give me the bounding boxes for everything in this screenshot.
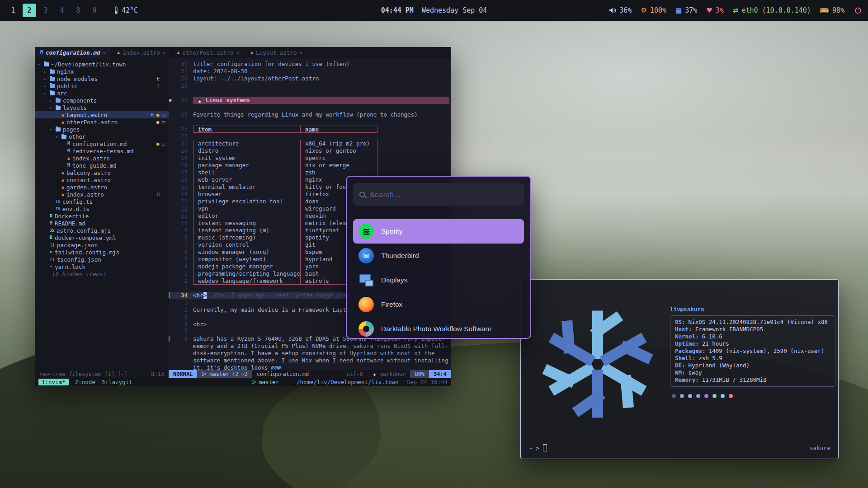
shell-prompt[interactable]: ~ > xyxy=(529,444,547,451)
workspace-button[interactable]: 1 xyxy=(6,4,20,17)
terminal-window[interactable]: liv@sakura OS:NixOS 24.11.20240828.71e91… xyxy=(520,279,839,459)
tab-close-icon[interactable] xyxy=(299,49,302,56)
workspace-button[interactable]: 3 xyxy=(39,4,52,17)
tree-item[interactable]: ▸ public ? xyxy=(35,82,169,89)
tree-item[interactable]: garden.astro xyxy=(35,183,169,191)
heading-line: ● 27 Linux systems xyxy=(169,97,451,104)
tree-item[interactable]: README.md xyxy=(35,220,169,227)
workspace-button[interactable]: 4 xyxy=(55,4,69,17)
tree-item[interactable]: fediverse-terms.md xyxy=(35,147,169,155)
fetch-row: OS:NixOS 24.11.20240828.71e91c4 (Vicuna)… xyxy=(675,319,830,326)
workspace-button[interactable]: 9 xyxy=(88,4,101,17)
app-label: Firefox xyxy=(381,300,402,309)
fetch-label: Host: xyxy=(675,326,692,333)
tree-item[interactable]: astro.config.mjs xyxy=(35,227,169,234)
table-cell-item: instant messaging xyxy=(193,220,301,227)
launcher-searchbox[interactable] xyxy=(353,183,524,206)
file-tree: ▾ ~/Development/liv.town ▸ nginx xyxy=(35,58,169,370)
editor-tab[interactable]: otherPost.astro xyxy=(172,47,245,58)
table-cell-item: terminal emulator xyxy=(193,183,301,191)
tree-item[interactable]: ▸ components xyxy=(35,97,169,104)
power-button[interactable] xyxy=(854,7,862,14)
table-cell-item: version control xyxy=(193,241,301,249)
tree-item[interactable]: contact.astro xyxy=(35,176,169,183)
tree-item[interactable]: (6 hidden items) xyxy=(35,270,169,277)
editor-tab[interactable]: Layout.astro xyxy=(245,47,308,58)
tree-item[interactable]: ▾ src xyxy=(35,89,169,97)
git-status-marks: E xyxy=(156,76,165,82)
tree-item-label: docker-compose.yml xyxy=(55,235,116,241)
tree-item[interactable]: ▾ pages xyxy=(35,126,169,133)
tree-item-label: package.json xyxy=(57,242,98,249)
clock-date: Wednesday Sep 04 xyxy=(422,6,487,14)
editor-line xyxy=(169,89,451,97)
memory-module: ▦ 37% xyxy=(675,6,697,14)
tree-item[interactable]: tailwind.config.mjs xyxy=(35,249,169,256)
scroll-percent: 80% xyxy=(410,370,429,378)
tree-item[interactable]: balcony.astro xyxy=(35,169,169,176)
tree-item[interactable]: tone-guide.md xyxy=(35,162,169,169)
tree-item[interactable]: ▾ other xyxy=(35,133,169,140)
filetype-segment: markdown xyxy=(368,370,410,378)
launcher-item[interactable]: Spotify xyxy=(353,219,524,244)
tree-item-label: configuration.md xyxy=(72,141,127,147)
file-icon xyxy=(61,185,64,189)
tree-item[interactable]: Dockerfile xyxy=(35,212,169,220)
tmux-window[interactable]: 3:lazygit xyxy=(102,379,132,385)
editor-tab[interactable]: index.astro xyxy=(112,47,171,58)
launcher-item[interactable]: Thunderbird xyxy=(353,244,524,268)
search-icon xyxy=(359,192,365,197)
tree-item-label: Layout.astro xyxy=(66,112,107,118)
launcher-item[interactable]: Firefox xyxy=(353,292,524,317)
tree-item[interactable]: tsconfig.json xyxy=(35,256,169,263)
tree-item[interactable]: Layout.astro H ● □ xyxy=(35,111,169,118)
workspace-button[interactable]: 2 xyxy=(23,4,36,17)
tree-item-label: yarn.lock xyxy=(55,263,85,270)
table-cell-item: architecture xyxy=(193,140,301,147)
workspace-button[interactable]: 8 xyxy=(71,4,85,17)
tab-close-icon[interactable] xyxy=(163,49,166,56)
launcher-item[interactable]: Displays xyxy=(353,268,524,292)
tree-item[interactable]: env.d.ts xyxy=(35,205,169,212)
app-launcher[interactable]: Spotify Thunderbird Displays Firefox xyxy=(346,176,531,339)
table-header-cell: name xyxy=(301,126,377,133)
tree-item[interactable]: ▸ nginx xyxy=(35,68,169,75)
tree-item[interactable]: ▾ layouts xyxy=(35,104,169,111)
file-icon xyxy=(61,135,66,139)
fetch-value: Hyprland (Wayland) xyxy=(689,362,750,369)
table-row: 19 init system openrc xyxy=(169,155,451,162)
tab-close-icon[interactable] xyxy=(103,49,106,56)
chevron-icon: ▾ xyxy=(55,134,59,139)
volume-module[interactable]: 36% xyxy=(609,6,632,14)
cursor-position: 34:4 xyxy=(429,370,451,378)
tmux-window[interactable]: 1:nvim* xyxy=(38,379,69,385)
table-cell-item: webdev language/framework xyxy=(193,277,301,285)
app-label: Displays xyxy=(381,276,408,284)
tree-item[interactable]: ▸ node_modules E xyxy=(35,75,169,82)
tree-item-label: Dockerfile xyxy=(55,213,89,220)
workspace-label: 1 xyxy=(11,6,15,14)
editor-tab[interactable]: configuration.md xyxy=(35,47,112,58)
file-icon xyxy=(50,235,52,240)
git-branch-icon xyxy=(252,380,256,385)
tree-item[interactable]: ▾ ~/Development/liv.town xyxy=(35,61,169,68)
fetch-row: WM:sway xyxy=(675,369,830,376)
tree-item[interactable]: docker-compose.yml xyxy=(35,234,169,241)
tree-item[interactable]: configuration.md ● □ xyxy=(35,140,169,147)
tab-close-icon[interactable] xyxy=(236,49,239,56)
tree-item[interactable]: index.astro xyxy=(35,155,169,162)
clock-time: 04:44 PM xyxy=(381,6,414,14)
tree-item[interactable]: yarn.lock xyxy=(35,263,169,270)
tab-label: configuration.md xyxy=(46,49,100,56)
truncation-marker: @@@ xyxy=(271,364,282,370)
diff-modified: ~2 xyxy=(241,371,247,377)
search-input[interactable] xyxy=(370,191,518,198)
tree-item[interactable]: index.astro H xyxy=(35,191,169,198)
tree-item[interactable]: package.json xyxy=(35,241,169,249)
brightness-value: 100% xyxy=(650,6,666,14)
tree-item[interactable]: otherPost.astro ● □ xyxy=(35,118,169,126)
editor-tabbar: configuration.md index.astro otherPost.a… xyxy=(35,47,451,58)
tree-item[interactable]: config.ts xyxy=(35,198,169,205)
tmux-window[interactable]: 2:node xyxy=(75,379,95,385)
launcher-item[interactable]: Darktable Photo Workflow Software xyxy=(353,317,524,339)
